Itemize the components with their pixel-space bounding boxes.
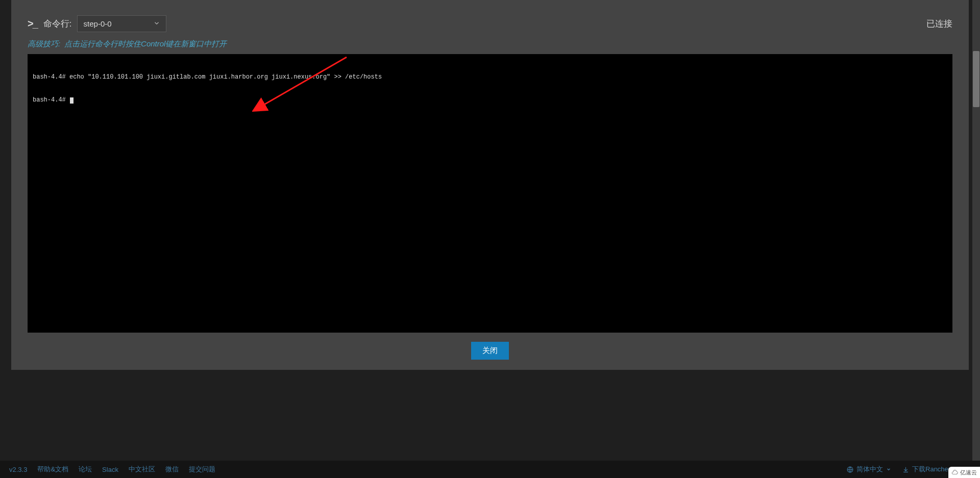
footer-link-slack[interactable]: Slack <box>102 466 118 473</box>
tip-row: 高级技巧: 点击运行命令行时按住Control键在新窗口中打开 <box>28 39 952 49</box>
terminal-output[interactable]: bash-4.4# echo "10.110.101.100 jiuxi.git… <box>28 54 952 333</box>
page-scrollbar[interactable] <box>972 0 980 478</box>
watermark-text: 亿速云 <box>960 469 977 476</box>
close-button[interactable]: 关闭 <box>471 342 509 360</box>
cloud-icon <box>951 469 959 476</box>
page-scrollbar-thumb[interactable] <box>973 51 979 107</box>
container-select[interactable]: step-0-0 <box>77 15 166 32</box>
modal-header: >_ 命令行: step-0-0 已连接 <box>28 15 952 32</box>
footer-link-wechat[interactable]: 微信 <box>165 465 179 474</box>
tip-link[interactable]: 高级技巧: <box>28 39 60 48</box>
page-footer-bar: v2.3.3 帮助&文档 论坛 Slack 中文社区 微信 提交问题 简体中文 … <box>0 461 980 478</box>
annotation-arrow <box>252 54 354 113</box>
terminal-cursor <box>70 97 74 104</box>
cmd-label: 命令行: <box>43 18 72 30</box>
terminal-modal: >_ 命令行: step-0-0 已连接 高级技巧: 点击运行命令行时按住Con… <box>11 0 969 370</box>
terminal-line: bash-4.4# <box>33 96 947 104</box>
connection-status: 已连接 <box>926 18 952 30</box>
footer-link-cn-community[interactable]: 中文社区 <box>129 465 155 474</box>
watermark: 亿速云 <box>948 467 980 478</box>
download-icon <box>902 466 909 473</box>
terminal-icon: >_ <box>28 18 37 30</box>
globe-icon <box>847 466 853 473</box>
language-label: 简体中文 <box>856 465 883 474</box>
version-text: v2.3.3 <box>9 466 27 473</box>
language-selector[interactable]: 简体中文 <box>847 465 891 474</box>
footer-link-issue[interactable]: 提交问题 <box>189 465 215 474</box>
footer-link-help[interactable]: 帮助&文档 <box>37 465 68 474</box>
terminal-line: bash-4.4# echo "10.110.101.100 jiuxi.git… <box>33 73 947 81</box>
footer-link-forum[interactable]: 论坛 <box>79 465 92 474</box>
chevron-down-icon <box>886 467 891 472</box>
tip-text: 点击运行命令行时按住Control键在新窗口中打开 <box>64 39 227 48</box>
